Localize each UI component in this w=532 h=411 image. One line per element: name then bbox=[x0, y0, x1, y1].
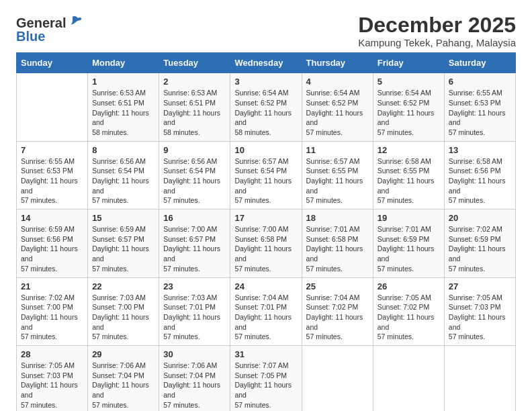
daylight-text-line2: 57 minutes. bbox=[306, 128, 369, 138]
day-number: 4 bbox=[306, 77, 369, 87]
sunset-text: Sunset: 7:04 PM bbox=[163, 371, 226, 381]
sunset-text: Sunset: 6:56 PM bbox=[449, 166, 511, 176]
sunrise-text: Sunrise: 7:06 AM bbox=[163, 361, 226, 371]
table-row: 24Sunrise: 7:04 AMSunset: 7:01 PMDayligh… bbox=[230, 277, 302, 345]
day-number: 1 bbox=[92, 77, 154, 87]
sunset-text: Sunset: 7:01 PM bbox=[234, 302, 297, 312]
daylight-text-line1: Daylight: 11 hours and bbox=[306, 312, 369, 332]
sunrise-text: Sunrise: 6:58 AM bbox=[378, 156, 440, 167]
daylight-text-line1: Daylight: 11 hours and bbox=[21, 244, 83, 263]
sunrise-text: Sunrise: 6:55 AM bbox=[21, 156, 83, 167]
day-number: 2 bbox=[163, 77, 226, 87]
daylight-text-line1: Daylight: 11 hours and bbox=[163, 312, 226, 332]
calendar-week-row: 1Sunrise: 6:53 AMSunset: 6:51 PMDaylight… bbox=[17, 73, 516, 141]
day-number: 24 bbox=[234, 281, 297, 291]
sunrise-text: Sunrise: 7:00 AM bbox=[163, 224, 226, 234]
header-tuesday: Tuesday bbox=[159, 53, 230, 73]
table-row: 6Sunrise: 6:55 AMSunset: 6:53 PMDaylight… bbox=[444, 73, 515, 141]
daylight-text-line1: Daylight: 11 hours and bbox=[234, 312, 297, 332]
calendar-week-row: 14Sunrise: 6:59 AMSunset: 6:56 PMDayligh… bbox=[17, 210, 516, 277]
sunset-text: Sunset: 6:52 PM bbox=[378, 98, 440, 108]
sunrise-text: Sunrise: 6:55 AM bbox=[449, 88, 511, 98]
daylight-text-line2: 57 minutes. bbox=[163, 195, 226, 205]
day-number: 27 bbox=[449, 281, 511, 291]
sunrise-text: Sunrise: 6:59 AM bbox=[21, 224, 83, 234]
table-row bbox=[373, 345, 444, 411]
table-row: 12Sunrise: 6:58 AMSunset: 6:55 PMDayligh… bbox=[373, 141, 444, 209]
header-friday: Friday bbox=[373, 53, 444, 73]
logo-general-text: General bbox=[16, 16, 66, 30]
daylight-text-line2: 58 minutes. bbox=[234, 128, 297, 138]
sunset-text: Sunset: 7:01 PM bbox=[163, 302, 226, 312]
daylight-text-line2: 57 minutes. bbox=[21, 195, 83, 205]
day-number: 30 bbox=[163, 349, 226, 359]
sunset-text: Sunset: 6:53 PM bbox=[21, 166, 83, 176]
daylight-text-line2: 57 minutes. bbox=[378, 332, 440, 342]
sunset-text: Sunset: 6:51 PM bbox=[92, 98, 154, 108]
header-sunday: Sunday bbox=[17, 53, 88, 73]
daylight-text-line1: Daylight: 11 hours and bbox=[378, 176, 440, 195]
day-number: 15 bbox=[92, 213, 154, 223]
calendar-header-row: Sunday Monday Tuesday Wednesday Thursday… bbox=[17, 53, 516, 73]
day-number: 14 bbox=[21, 213, 83, 223]
title-block: December 2025 Kampung Tekek, Pahang, Mal… bbox=[358, 13, 516, 48]
header-saturday: Saturday bbox=[444, 53, 515, 73]
table-row: 1Sunrise: 6:53 AMSunset: 6:51 PMDaylight… bbox=[88, 73, 159, 141]
table-row: 27Sunrise: 7:05 AMSunset: 7:03 PMDayligh… bbox=[444, 277, 515, 345]
day-number: 13 bbox=[449, 145, 511, 155]
sunset-text: Sunset: 6:52 PM bbox=[306, 98, 369, 108]
daylight-text-line2: 57 minutes. bbox=[234, 195, 297, 205]
daylight-text-line1: Daylight: 11 hours and bbox=[21, 176, 83, 195]
daylight-text-line1: Daylight: 11 hours and bbox=[92, 312, 154, 332]
logo-bird-icon bbox=[67, 15, 82, 28]
daylight-text-line2: 57 minutes. bbox=[449, 128, 511, 138]
day-number: 9 bbox=[163, 145, 226, 155]
daylight-text-line2: 57 minutes. bbox=[234, 332, 297, 342]
page-subtitle: Kampung Tekek, Pahang, Malaysia bbox=[358, 37, 516, 48]
daylight-text-line1: Daylight: 11 hours and bbox=[378, 312, 440, 332]
daylight-text-line1: Daylight: 11 hours and bbox=[163, 176, 226, 195]
sunrise-text: Sunrise: 6:58 AM bbox=[449, 156, 511, 167]
table-row: 8Sunrise: 6:56 AMSunset: 6:54 PMDaylight… bbox=[88, 141, 159, 209]
table-row: 28Sunrise: 7:05 AMSunset: 7:03 PMDayligh… bbox=[17, 345, 88, 411]
page-title: December 2025 bbox=[358, 13, 516, 37]
sunset-text: Sunset: 7:03 PM bbox=[449, 302, 511, 312]
sunrise-text: Sunrise: 7:04 AM bbox=[234, 293, 297, 303]
day-number: 25 bbox=[306, 281, 369, 291]
table-row: 22Sunrise: 7:03 AMSunset: 7:00 PMDayligh… bbox=[88, 277, 159, 345]
table-row: 16Sunrise: 7:00 AMSunset: 6:57 PMDayligh… bbox=[159, 210, 230, 277]
sunrise-text: Sunrise: 6:53 AM bbox=[92, 88, 154, 98]
sunset-text: Sunset: 7:00 PM bbox=[92, 302, 154, 312]
sunrise-text: Sunrise: 7:05 AM bbox=[21, 361, 83, 371]
table-row: 20Sunrise: 7:02 AMSunset: 6:59 PMDayligh… bbox=[444, 210, 515, 277]
daylight-text-line1: Daylight: 11 hours and bbox=[449, 244, 511, 263]
sunrise-text: Sunrise: 6:54 AM bbox=[306, 88, 369, 98]
sunrise-text: Sunrise: 7:07 AM bbox=[234, 361, 297, 371]
daylight-text-line2: 57 minutes. bbox=[449, 195, 511, 205]
table-row: 4Sunrise: 6:54 AMSunset: 6:52 PMDaylight… bbox=[302, 73, 373, 141]
daylight-text-line2: 57 minutes. bbox=[378, 128, 440, 138]
daylight-text-line1: Daylight: 11 hours and bbox=[92, 108, 154, 128]
table-row: 30Sunrise: 7:06 AMSunset: 7:04 PMDayligh… bbox=[159, 345, 230, 411]
sunset-text: Sunset: 7:02 PM bbox=[306, 302, 369, 312]
day-number: 10 bbox=[234, 145, 297, 155]
sunrise-text: Sunrise: 7:03 AM bbox=[92, 293, 154, 303]
daylight-text-line1: Daylight: 11 hours and bbox=[163, 108, 226, 128]
daylight-text-line1: Daylight: 11 hours and bbox=[234, 244, 297, 263]
sunrise-text: Sunrise: 7:04 AM bbox=[306, 293, 369, 303]
day-number: 11 bbox=[306, 145, 369, 155]
table-row bbox=[302, 345, 373, 411]
sunrise-text: Sunrise: 7:00 AM bbox=[234, 224, 297, 234]
daylight-text-line2: 57 minutes. bbox=[21, 264, 83, 274]
table-row: 21Sunrise: 7:02 AMSunset: 7:00 PMDayligh… bbox=[17, 277, 88, 345]
header-monday: Monday bbox=[88, 53, 159, 73]
sunrise-text: Sunrise: 7:01 AM bbox=[306, 224, 369, 234]
sunset-text: Sunset: 6:56 PM bbox=[21, 234, 83, 244]
table-row: 19Sunrise: 7:01 AMSunset: 6:59 PMDayligh… bbox=[373, 210, 444, 277]
day-number: 18 bbox=[306, 213, 369, 223]
sunset-text: Sunset: 6:54 PM bbox=[163, 166, 226, 176]
calendar-week-row: 21Sunrise: 7:02 AMSunset: 7:00 PMDayligh… bbox=[17, 277, 516, 345]
daylight-text-line1: Daylight: 11 hours and bbox=[378, 244, 440, 263]
day-number: 8 bbox=[92, 145, 154, 155]
sunset-text: Sunset: 6:54 PM bbox=[92, 166, 154, 176]
